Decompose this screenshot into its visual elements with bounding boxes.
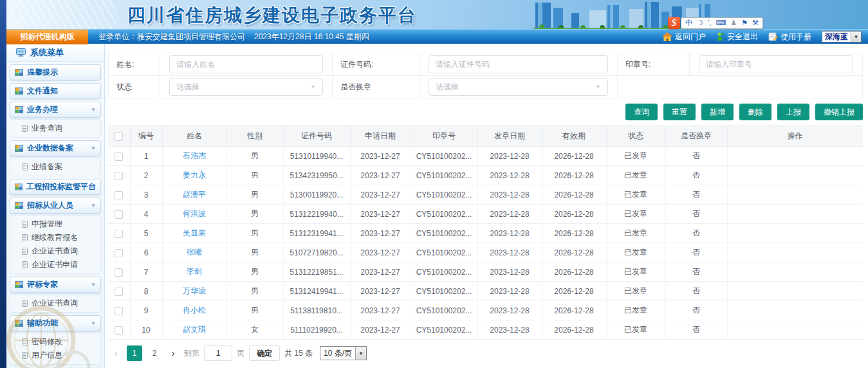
moon-icon[interactable]: ☽ bbox=[697, 19, 703, 26]
page-button-2[interactable]: 2 bbox=[147, 345, 162, 361]
cell-status: 已发章 bbox=[606, 282, 665, 301]
menu-grid-icon bbox=[15, 183, 23, 190]
tools-icon[interactable]: ⚒ bbox=[752, 19, 759, 26]
person-name-link[interactable]: 赵文琪 bbox=[183, 325, 206, 334]
add-button[interactable]: 新增 bbox=[701, 104, 734, 120]
doc-icon bbox=[22, 163, 28, 170]
sidebar-item-6[interactable]: 评标专家▼ bbox=[10, 277, 101, 293]
sidebar-subpanel-3: 业绩备案 bbox=[10, 158, 101, 176]
person-name-link[interactable]: 石浩杰 bbox=[183, 151, 206, 160]
select-all-checkbox[interactable] bbox=[115, 133, 123, 141]
person-name-link[interactable]: 吴显果 bbox=[183, 228, 206, 237]
cell-valid: 2026-12-28 bbox=[542, 147, 606, 166]
monitor-icon bbox=[16, 48, 26, 57]
sidebar-item-4[interactable]: 工程招投标监管平台 bbox=[10, 179, 101, 195]
cell-status: 已发章 bbox=[606, 205, 665, 224]
person-name-link[interactable]: 何洪波 bbox=[183, 209, 206, 218]
skin-icon[interactable]: ⚑ bbox=[741, 19, 748, 26]
table-body: 1石浩杰男51310119940...2023-12-27CY510100202… bbox=[108, 147, 863, 340]
user-icon[interactable]: ♟ bbox=[730, 19, 737, 26]
cell-apply: 2023-12-27 bbox=[350, 147, 411, 166]
sidebar-subitem-5-0[interactable]: 申报管理 bbox=[10, 217, 100, 231]
cell-changed: 否 bbox=[665, 320, 727, 340]
cert-input[interactable] bbox=[429, 55, 608, 73]
sidebar-subitem-2-0[interactable]: 业务查询 bbox=[10, 122, 100, 135]
reset-button[interactable]: 重置 bbox=[663, 104, 696, 120]
person-name-link[interactable]: 李剑 bbox=[187, 267, 202, 276]
chevron-down-icon: ▼ bbox=[91, 107, 96, 113]
table-header-row: 编号姓名性别证件号码申请日期印章号发章日期有效期状态是否换章操作 bbox=[108, 126, 863, 147]
person-name-link[interactable]: 姜力永 bbox=[183, 170, 206, 179]
name-label: 姓名: bbox=[109, 53, 160, 76]
cell-valid: 2026-12-28 bbox=[542, 166, 606, 185]
row-checkbox[interactable] bbox=[115, 268, 123, 277]
table-row: 5吴显果男51312319941...2023-12-27CY510100202… bbox=[108, 224, 863, 243]
app-header: 四川省住房城乡建设电子政务平台 bbox=[0, 0, 868, 29]
sidebar-subitem-5-1[interactable]: 继续教育报名 bbox=[10, 231, 100, 244]
theme-select[interactable]: 深海蓝 ▼ bbox=[822, 31, 862, 42]
chinese-mode-icon[interactable]: 中 bbox=[685, 19, 692, 26]
sidebar-item-5[interactable]: 招标从业人员▼ bbox=[10, 198, 101, 214]
page-button-1[interactable]: 1 bbox=[127, 345, 142, 361]
sogou-logo-icon[interactable]: S bbox=[668, 17, 680, 29]
datetime-text: 2023年12月28日 16:10:45 星期四 bbox=[254, 32, 369, 42]
sidebar-item-label: 工程招投标监管平台 bbox=[26, 181, 96, 192]
sidebar-item-2[interactable]: 业务办理▼ bbox=[10, 102, 101, 118]
cell-seal: CY510100202... bbox=[411, 243, 477, 262]
seal-input[interactable] bbox=[699, 55, 853, 73]
return-portal-link[interactable]: 返回门户 bbox=[662, 32, 706, 42]
row-checkbox[interactable] bbox=[115, 249, 123, 257]
status-select[interactable]: 请选择 ▼ bbox=[169, 78, 323, 96]
row-checkbox[interactable] bbox=[115, 230, 123, 238]
row-checkbox[interactable] bbox=[115, 152, 123, 161]
query-button[interactable]: 查询 bbox=[625, 104, 658, 120]
cell-gender: 男 bbox=[226, 301, 283, 320]
cell-apply: 2023-12-27 bbox=[350, 320, 411, 340]
row-checkbox[interactable] bbox=[115, 288, 123, 296]
sidebar-item-1[interactable]: 文件通知 bbox=[10, 83, 101, 99]
page-size-select[interactable]: 10 条/页 ▼ bbox=[320, 346, 367, 360]
column-header: 印章号 bbox=[411, 126, 477, 147]
person-name-link[interactable]: 张曦 bbox=[187, 248, 202, 257]
sidebar-item-3[interactable]: 企业数据备案▼ bbox=[10, 140, 101, 156]
change-seal-select[interactable]: 请选择 ▼ bbox=[429, 78, 608, 96]
cancel-report-button[interactable]: 撤销上报 bbox=[815, 104, 863, 120]
person-name-link[interactable]: 万华凌 bbox=[183, 286, 206, 295]
sidebar-item-0[interactable]: 温馨提示 bbox=[10, 64, 101, 80]
punctuation-icon[interactable]: ’, bbox=[708, 19, 712, 26]
table-row: 1石浩杰男51310119940...2023-12-27CY510100202… bbox=[108, 147, 863, 166]
goto-page-input[interactable] bbox=[204, 345, 232, 361]
chevron-down-icon: ▼ bbox=[595, 84, 601, 89]
cell-apply: 2023-12-27 bbox=[350, 166, 411, 185]
cell-changed: 否 bbox=[665, 262, 727, 282]
sidebar-subitem-5-3[interactable]: 企业证书申请 bbox=[10, 258, 100, 271]
header-stripes-decor bbox=[6, 0, 116, 29]
next-page-icon[interactable]: › bbox=[167, 345, 180, 361]
prev-page-icon[interactable]: ‹ bbox=[109, 345, 122, 361]
confirm-button[interactable]: 确定 bbox=[249, 345, 280, 361]
column-header: 有效期 bbox=[542, 126, 606, 147]
row-checkbox[interactable] bbox=[115, 326, 123, 335]
sidebar-subitem-3-0[interactable]: 业绩备案 bbox=[10, 160, 100, 174]
compass-decor-image bbox=[6, 295, 94, 368]
person-name-link[interactable]: 冉小松 bbox=[183, 306, 206, 315]
safe-exit-link[interactable]: 安全退出 bbox=[716, 32, 758, 42]
user-manual-link[interactable]: 使用手册 bbox=[768, 32, 811, 42]
row-checkbox[interactable] bbox=[115, 307, 123, 315]
cell-apply: 2023-12-27 bbox=[350, 205, 411, 224]
delete-button[interactable]: 删除 bbox=[739, 104, 771, 120]
cell-status: 已发章 bbox=[606, 147, 665, 166]
doc-icon bbox=[22, 221, 28, 228]
sidebar-subitem-5-2[interactable]: 企业证书查询 bbox=[10, 244, 100, 258]
row-checkbox[interactable] bbox=[115, 191, 123, 199]
row-checkbox[interactable] bbox=[115, 210, 123, 219]
edition-badge: 招标代理机构版 bbox=[6, 30, 88, 44]
keyboard-icon[interactable]: ⌨ bbox=[716, 19, 726, 26]
name-input[interactable] bbox=[169, 55, 323, 73]
cell-issue: 2023-12-28 bbox=[477, 147, 542, 166]
row-checkbox[interactable] bbox=[115, 172, 123, 180]
cell-no: 8 bbox=[130, 282, 162, 301]
cell-changed: 否 bbox=[665, 224, 727, 243]
person-name-link[interactable]: 赵澳平 bbox=[183, 190, 206, 199]
report-button[interactable]: 上报 bbox=[777, 104, 809, 120]
